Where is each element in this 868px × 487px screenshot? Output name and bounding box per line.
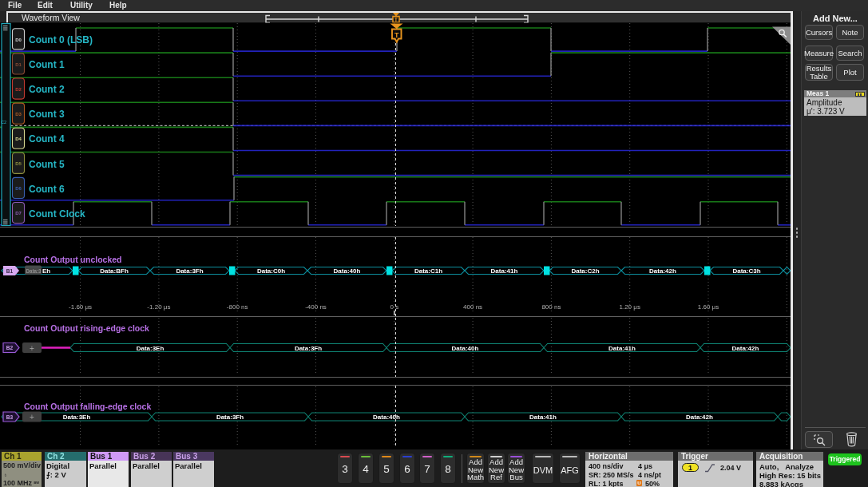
svg-text:Data:41h: Data:41h <box>529 414 557 421</box>
svg-text:B2: B2 <box>6 345 14 350</box>
svg-text:Data:42h: Data:42h <box>686 414 713 421</box>
svg-text:Data:3Eh: Data:3Eh <box>63 414 91 421</box>
svg-text:Count 4: Count 4 <box>29 133 65 145</box>
svg-text:Data:3: Data:3 <box>26 267 42 275</box>
svg-text:D0: D0 <box>15 38 22 42</box>
svg-text:Data:41h: Data:41h <box>491 267 518 275</box>
svg-text:C2: C2 <box>1 120 6 125</box>
svg-text:Count 3: Count 3 <box>29 109 65 120</box>
svg-text:Data:3Fh: Data:3Fh <box>295 345 322 352</box>
svg-text:T: T <box>394 31 399 39</box>
svg-text:Count 5: Count 5 <box>29 159 65 170</box>
svg-text:Data:3Fh: Data:3Fh <box>176 267 203 275</box>
svg-text:Count 1: Count 1 <box>29 59 65 70</box>
svg-text:D4: D4 <box>15 137 22 141</box>
svg-text:-1.60 μs: -1.60 μs <box>69 303 92 311</box>
svg-text:-800 ns: -800 ns <box>227 303 248 311</box>
svg-text:Count Output rising-edge clock: Count Output rising-edge clock <box>24 323 149 333</box>
svg-text:Count 0 (LSB): Count 0 (LSB) <box>29 34 93 46</box>
svg-text:Count Clock: Count Clock <box>29 208 85 220</box>
svg-text:Data:41h: Data:41h <box>608 345 636 352</box>
svg-text:Count Output falling-edge cloc: Count Output falling-edge clock <box>24 402 151 411</box>
svg-text:D7: D7 <box>15 211 22 216</box>
svg-text:+: + <box>30 344 34 353</box>
svg-text:Eh: Eh <box>42 267 50 275</box>
svg-text:B3: B3 <box>6 414 14 420</box>
svg-text:D2: D2 <box>15 87 22 92</box>
svg-text:T: T <box>394 17 398 22</box>
svg-text:D5: D5 <box>15 161 22 166</box>
svg-text:Waveform View: Waveform View <box>22 13 80 22</box>
svg-text:Data:42h: Data:42h <box>649 267 676 275</box>
svg-text:400 ns: 400 ns <box>463 303 482 311</box>
svg-text:Data:C3h: Data:C3h <box>732 267 760 275</box>
svg-text:+: + <box>30 413 34 422</box>
svg-text:Count Output unclocked: Count Output unclocked <box>24 255 122 264</box>
svg-text:Data:3Fh: Data:3Fh <box>216 414 244 421</box>
svg-text:800 ns: 800 ns <box>541 303 561 311</box>
svg-text:Count 2: Count 2 <box>29 84 65 95</box>
svg-text:Data:C0h: Data:C0h <box>257 267 285 275</box>
svg-text:D3: D3 <box>15 112 22 117</box>
svg-text:D1: D1 <box>15 62 22 67</box>
svg-text:Data:40h: Data:40h <box>452 345 479 352</box>
svg-text:1.60 μs: 1.60 μs <box>698 303 719 311</box>
svg-text:B1: B1 <box>6 268 14 274</box>
svg-text:Data:3Eh: Data:3Eh <box>137 345 164 352</box>
svg-text:Data:C2h: Data:C2h <box>571 267 599 275</box>
svg-text:Data:40h: Data:40h <box>334 267 361 275</box>
svg-text:0 s: 0 s <box>390 303 398 311</box>
svg-text:1.20 μs: 1.20 μs <box>619 303 640 311</box>
svg-text:-400 ns: -400 ns <box>305 303 327 311</box>
svg-text:-1.20 μs: -1.20 μs <box>147 303 170 311</box>
svg-text:Data:C1h: Data:C1h <box>414 267 442 275</box>
svg-text:Count 6: Count 6 <box>29 184 65 195</box>
svg-text:Data:42h: Data:42h <box>732 345 759 352</box>
svg-text:D6: D6 <box>15 186 22 191</box>
svg-text:Data:BFh: Data:BFh <box>100 267 129 275</box>
